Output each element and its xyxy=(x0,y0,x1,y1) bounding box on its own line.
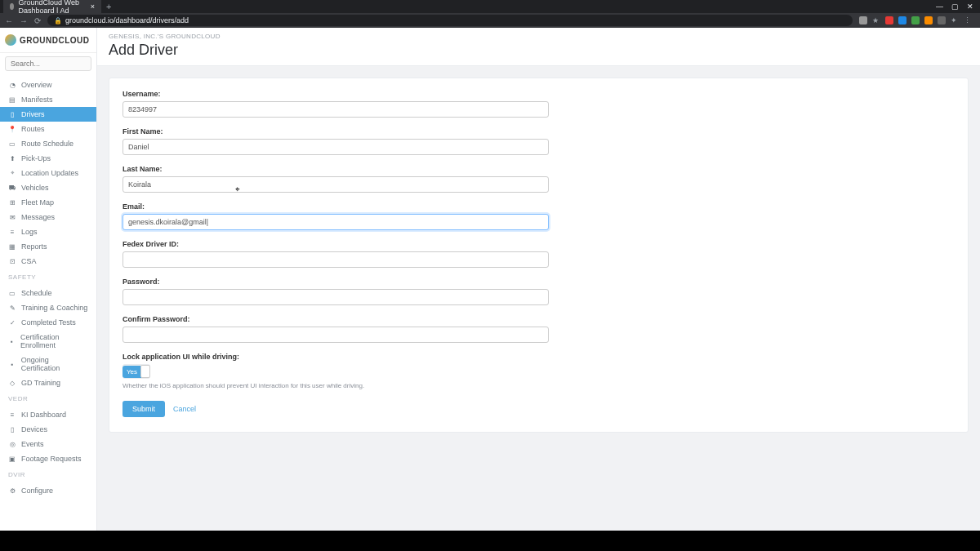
fedex-id-label: Fedex Driver ID: xyxy=(122,240,549,248)
sidebar-item-schedule[interactable]: ▭Schedule xyxy=(0,286,96,300)
nav-label: Schedule xyxy=(21,289,52,297)
sidebar-item-completed-tests[interactable]: ✓Completed Tests xyxy=(0,315,96,330)
nav-icon: ▤ xyxy=(8,96,16,104)
nav-icon: ✓ xyxy=(8,318,16,327)
nav-label: Messages xyxy=(21,213,55,221)
brand-row[interactable]: GROUNDCLOUD xyxy=(0,28,96,53)
nav-icon: ▪ xyxy=(8,337,16,345)
brand-logo-icon xyxy=(5,34,16,46)
nav-icon: ◔ xyxy=(8,81,16,89)
sidebar-item-manifests[interactable]: ▤Manifests xyxy=(0,92,96,107)
nav-icon: ⛟ xyxy=(8,184,16,192)
nav-icon: ✎ xyxy=(8,304,16,312)
sidebar-item-route-schedule[interactable]: ▭Route Schedule xyxy=(0,136,96,151)
sidebar-item-certification-enrollment[interactable]: ▪Certification Enrollment xyxy=(0,330,96,353)
extensions-puzzle-icon[interactable]: ✦ xyxy=(951,16,959,24)
tab-close-icon[interactable]: × xyxy=(91,2,95,11)
sidebar-item-location-updates[interactable]: ⌖Location Updates xyxy=(0,166,96,180)
sidebar-item-messages[interactable]: ✉Messages xyxy=(0,210,96,224)
nav-icon: ▯ xyxy=(8,110,16,118)
ext-icon[interactable] xyxy=(898,16,906,24)
toggle-on-label: Yes xyxy=(122,366,141,378)
nav-label: Training & Coaching xyxy=(21,304,87,312)
sidebar-item-reports[interactable]: ▦Reports xyxy=(0,239,96,254)
fedex-id-input[interactable] xyxy=(122,251,549,268)
username-label: Username: xyxy=(122,90,549,98)
sidebar-item-drivers[interactable]: ▯Drivers xyxy=(0,107,96,122)
nav-label: Devices xyxy=(21,425,47,433)
sidebar-item-ongoing-certification[interactable]: ▪Ongoing Certification xyxy=(0,353,96,375)
username-input[interactable] xyxy=(122,101,549,118)
ext-icon[interactable] xyxy=(885,16,893,24)
password-input[interactable] xyxy=(122,289,549,305)
last-name-label: Last Name: xyxy=(122,165,549,173)
maximize-button[interactable]: ▢ xyxy=(951,2,959,11)
nav-label: Route Schedule xyxy=(21,140,74,148)
new-tab-button[interactable]: + xyxy=(106,2,111,11)
sidebar-item-footage-requests[interactable]: ▣Footage Requests xyxy=(0,451,96,466)
sidebar-item-overview[interactable]: ◔Overview xyxy=(0,78,96,92)
nav-main: ◔Overview▤Manifests▯Drivers📍Routes▭Route… xyxy=(0,78,96,269)
ext-icon[interactable] xyxy=(938,16,946,24)
nav-label: Logs xyxy=(21,228,38,236)
sidebar-item-devices[interactable]: ▯Devices xyxy=(0,422,96,437)
lock-ui-label: Lock application UI while driving: xyxy=(122,353,549,361)
sidebar-item-ki-dashboard[interactable]: ≡KI Dashboard xyxy=(0,407,96,422)
sidebar-item-pick-ups[interactable]: ⬆Pick-Ups xyxy=(0,151,96,166)
breadcrumb: GENESIS, INC.'S GROUNDCLOUD xyxy=(109,33,969,40)
lock-ui-help: Whether the iOS application should preve… xyxy=(122,382,549,389)
main-content: GENESIS, INC.'S GROUNDCLOUD Add Driver U… xyxy=(97,28,980,531)
ext-icon[interactable] xyxy=(911,16,920,24)
sidebar-item-events[interactable]: ◎Events xyxy=(0,437,96,451)
nav-icon: ▣ xyxy=(8,455,16,463)
minimize-button[interactable]: — xyxy=(936,2,943,11)
sidebar-item-logs[interactable]: ≡Logs xyxy=(0,224,96,239)
ext-icon[interactable] xyxy=(859,16,867,24)
sidebar-item-fleet-map[interactable]: ⊞Fleet Map xyxy=(0,195,96,210)
submit-button[interactable]: Submit xyxy=(122,401,165,417)
nav-label: Routes xyxy=(21,125,45,133)
tab-bar: GroundCloud Web Dashboard | Ad × + — ▢ ✕ xyxy=(0,0,980,13)
nav-icon: ⚙ xyxy=(8,487,16,495)
nav-icon: ▦ xyxy=(8,242,16,251)
sidebar-item-configure[interactable]: ⚙Configure xyxy=(0,483,96,498)
last-name-input[interactable] xyxy=(122,176,549,193)
first-name-input[interactable] xyxy=(122,139,549,155)
sidebar-item-training-coaching[interactable]: ✎Training & Coaching xyxy=(0,300,96,315)
ext-icon[interactable] xyxy=(924,16,933,24)
nav-label: KI Dashboard xyxy=(21,411,66,419)
close-window-button[interactable]: ✕ xyxy=(967,2,973,11)
sidebar-item-gd-training[interactable]: ◇GD Training xyxy=(0,375,96,390)
nav-label: Reports xyxy=(21,242,47,251)
sidebar-item-csa[interactable]: ⊡CSA xyxy=(0,254,96,269)
confirm-password-input[interactable] xyxy=(122,327,549,343)
nav-label: Certification Enrollment xyxy=(20,333,88,349)
back-button[interactable]: ← xyxy=(5,16,13,25)
lock-ui-toggle[interactable]: Yes xyxy=(122,364,150,379)
page-title: Add Driver xyxy=(109,42,969,59)
nav-icon: ▭ xyxy=(8,140,16,148)
nav-vedr: ≡KI Dashboard▯Devices◎Events▣Footage Req… xyxy=(0,407,96,466)
ext-icon[interactable]: ★ xyxy=(872,16,880,24)
url-bar[interactable]: 🔒 groundcloud.io/dashboard/drivers/add xyxy=(47,15,853,26)
nav-label: Fleet Map xyxy=(21,198,54,207)
email-input[interactable] xyxy=(122,214,549,230)
sidebar-item-vehicles[interactable]: ⛟Vehicles xyxy=(0,180,96,195)
nav-label: Events xyxy=(21,440,44,448)
url-text: groundcloud.io/dashboard/drivers/add xyxy=(65,16,189,24)
cancel-link[interactable]: Cancel xyxy=(173,405,196,413)
tab-favicon-icon xyxy=(10,3,14,10)
nav-dvir: ⚙Configure xyxy=(0,483,96,498)
nav-label: Pick-Ups xyxy=(21,154,51,162)
reload-button[interactable]: ⟳ xyxy=(34,16,41,25)
brand-name: GROUNDCLOUD xyxy=(20,36,90,45)
search-input[interactable] xyxy=(5,56,91,71)
toggle-knob xyxy=(140,365,150,378)
nav-label: Manifests xyxy=(21,96,53,104)
browser-menu-icon[interactable]: ⋮ xyxy=(964,16,972,24)
forward-button[interactable]: → xyxy=(20,16,28,25)
nav-icon: ◇ xyxy=(8,379,16,387)
email-label: Email: xyxy=(122,202,549,211)
sidebar-item-routes[interactable]: 📍Routes xyxy=(0,122,96,136)
nav-group-safety: SAFETY xyxy=(0,269,96,282)
